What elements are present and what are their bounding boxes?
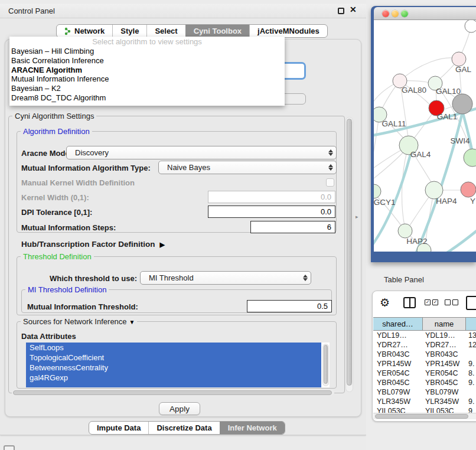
kernel-width-field[interactable]: 0.0 <box>208 191 335 203</box>
attributes-scrollbar[interactable] <box>322 344 329 386</box>
network-node-node-salmon[interactable] <box>461 182 476 197</box>
cell-value[interactable]: 9. <box>466 359 476 369</box>
dropdown-item-bayesian-hill-climbing[interactable]: Bayesian – Hill Climbing <box>9 47 285 56</box>
tab-impute-data[interactable]: Impute Data <box>89 422 148 434</box>
cell-shared-name[interactable]: YPR145W <box>373 359 423 369</box>
network-view-window[interactable]: GALGAL80GAL10GAL1GAL11GAL4SWI4HAP4YGCY1H… <box>371 6 476 262</box>
mi-threshold-field[interactable]: 0.5 <box>247 300 332 312</box>
dropdown-item-mutual-information[interactable]: Mutual Information Inference <box>9 74 285 84</box>
table-row[interactable]: YBR045CYBR045C9. <box>373 378 476 387</box>
table-settings-gear-icon[interactable]: ⚙ <box>380 296 390 309</box>
tab-select[interactable]: Select <box>146 25 185 37</box>
cell-name[interactable]: YDR27… <box>423 340 466 350</box>
cell-shared-name[interactable]: YIL053C <box>373 406 423 413</box>
cell-value[interactable]: 9. <box>466 378 476 387</box>
attribute-item-selfloops[interactable]: SelfLoops <box>26 343 321 353</box>
hide-columns-icon[interactable] <box>445 299 458 305</box>
table-row[interactable]: YLR345WYLR345W9. <box>373 397 476 406</box>
network-window-titlebar[interactable] <box>374 7 476 20</box>
settings-scrollbar-thumb[interactable] <box>347 119 352 386</box>
network-canvas[interactable]: GALGAL80GAL10GAL1GAL11GAL4SWI4HAP4YGCY1H… <box>374 20 476 252</box>
tab-style[interactable]: Style <box>112 25 146 37</box>
network-node-GCY1[interactable] <box>374 184 381 198</box>
network-node-node-top[interactable] <box>465 20 476 32</box>
network-node-GAL[interactable] <box>452 52 466 66</box>
attribute-item-partial[interactable] <box>26 383 321 387</box>
cell-name[interactable]: YIL053C <box>423 406 466 413</box>
cell-name[interactable]: YBL079W <box>423 387 466 397</box>
close-panel-icon[interactable]: ✕ <box>350 5 357 14</box>
settings-scrollbar[interactable] <box>345 117 353 392</box>
cell-shared-name[interactable]: YBR045C <box>373 378 423 387</box>
hub-definition-toggle[interactable]: Hub/Transcription Factor Definition▶ <box>21 240 165 249</box>
cell-value[interactable]: 12 <box>466 340 476 350</box>
corner-dock-icon[interactable] <box>4 445 15 450</box>
table-hscrollbar[interactable] <box>373 413 476 419</box>
attributes-scrollbar-thumb[interactable] <box>324 345 328 384</box>
attribute-item-gal4rgexp[interactable]: gal4RGexp <box>26 373 321 383</box>
table-row[interactable]: YBL079WYBL079W <box>373 387 476 397</box>
close-window-button[interactable] <box>382 10 389 17</box>
panel-divider-arrow-icon[interactable]: ▸ <box>356 214 358 220</box>
cell-value[interactable] <box>466 387 476 397</box>
cell-value[interactable]: 8. <box>466 369 476 378</box>
table-row[interactable]: YIL053CYIL053C9 <box>373 406 476 413</box>
settings-hscrollbar[interactable] <box>12 390 334 396</box>
split-columns-icon[interactable] <box>403 297 416 308</box>
cell-name[interactable]: YLR345W <box>423 397 466 406</box>
tab-network[interactable]: Network <box>57 25 112 37</box>
table-row[interactable]: YDR27…YDR27…12 <box>373 340 476 350</box>
column-header-clipped[interactable]: A <box>466 318 476 330</box>
minimize-window-button[interactable] <box>392 10 399 17</box>
mi-algorithm-type-combobox[interactable]: Naive Bayes <box>158 161 337 174</box>
dropdown-item-dream8[interactable]: Dream8 DC_TDC Algorithm <box>9 93 285 103</box>
table-row[interactable]: YER054CYER054C8. <box>373 369 476 378</box>
cell-shared-name[interactable]: YBR043C <box>373 350 423 359</box>
export-table-icon[interactable] <box>466 296 476 310</box>
cell-shared-name[interactable]: YLR345W <box>373 397 423 406</box>
dropdown-item-aracne[interactable]: ARACNE Algorithm <box>9 66 285 75</box>
cell-value[interactable]: 9 <box>466 406 476 413</box>
tab-infer-network[interactable]: Infer Network <box>220 422 285 434</box>
network-node-HAP2[interactable] <box>398 224 412 238</box>
aracne-mode-combobox[interactable]: Discovery <box>66 146 337 159</box>
cell-shared-name[interactable]: YDL19… <box>373 331 423 340</box>
column-header-shared-name[interactable]: shared… <box>373 318 423 330</box>
float-panel-icon[interactable] <box>338 8 344 14</box>
tab-discretize-data[interactable]: Discretize Data <box>148 422 219 434</box>
attribute-item-betweennesscentrality[interactable]: BetweennessCentrality <box>26 363 321 373</box>
tab-cyni-toolbox[interactable]: Cyni Toolbox <box>185 25 249 37</box>
network-node-node-gray[interactable] <box>452 94 472 114</box>
table-hscrollbar-thumb[interactable] <box>375 414 468 419</box>
network-edge[interactable] <box>441 228 476 252</box>
cell-name[interactable]: YDL19… <box>423 331 466 340</box>
cell-value[interactable]: 9. <box>466 397 476 406</box>
table-row[interactable]: YDL19…YDL19…13 <box>373 331 476 340</box>
cell-name[interactable]: YBR045C <box>423 378 466 387</box>
tab-jactivemnodules[interactable]: jActiveMNodules <box>249 25 327 37</box>
cell-value[interactable] <box>466 350 476 359</box>
manual-kernel-checkbox[interactable] <box>326 178 334 187</box>
zoom-window-button[interactable] <box>401 10 408 17</box>
cell-name[interactable]: YPR145W <box>423 359 466 369</box>
sources-title[interactable]: Sources for Network Inference▼ <box>21 317 137 326</box>
cell-shared-name[interactable]: YER054C <box>373 369 423 378</box>
network-edge[interactable] <box>402 145 409 226</box>
table-row[interactable]: YPR145WYPR145W9. <box>373 359 476 369</box>
apply-button[interactable]: Apply <box>159 402 200 415</box>
dpi-tolerance-field[interactable]: 0.0 <box>208 206 335 218</box>
cell-name[interactable]: YBR043C <box>423 350 466 359</box>
show-columns-icon[interactable]: ✓ ✓ <box>425 299 438 305</box>
mi-steps-field[interactable]: 6 <box>250 221 335 233</box>
cell-name[interactable]: YER054C <box>423 369 466 378</box>
column-header-name[interactable]: name <box>423 318 466 330</box>
settings-hscrollbar-thumb[interactable] <box>13 390 332 395</box>
cell-shared-name[interactable]: YBL079W <box>373 387 423 397</box>
network-edge[interactable] <box>415 112 462 252</box>
which-threshold-combobox[interactable]: MI Threshold <box>140 271 311 285</box>
table-row[interactable]: YBR043CYBR043C <box>373 350 476 359</box>
cell-value[interactable]: 13 <box>466 331 476 340</box>
network-node-SWI4[interactable] <box>464 149 476 167</box>
dropdown-item-basic-correlation[interactable]: Basic Correlation Inference <box>9 56 285 66</box>
cell-shared-name[interactable]: YDR27… <box>373 340 423 350</box>
